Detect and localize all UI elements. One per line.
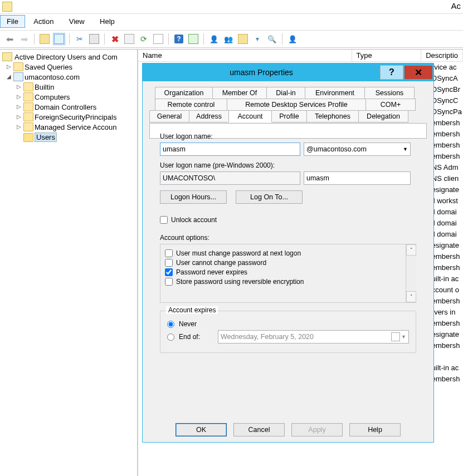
- tree-managed-service-accounts[interactable]: ▷ Managed Service Accoun: [2, 122, 137, 132]
- tree-saved-queries[interactable]: ▷ Saved Queries: [2, 62, 137, 72]
- menu-view[interactable]: View: [62, 15, 91, 28]
- nav-forward-button[interactable]: ➡: [18, 33, 30, 45]
- toolbar-separator: [34, 33, 35, 45]
- help-button[interactable]: ?: [173, 33, 185, 45]
- properties-button[interactable]: [123, 33, 135, 45]
- search-icon: 🔍: [267, 35, 276, 43]
- menu-file[interactable]: File: [0, 15, 25, 28]
- tree-domain-controllers[interactable]: ▷ Domain Controllers: [2, 102, 137, 112]
- opt-cannot-change-checkbox[interactable]: [165, 259, 173, 267]
- tree-builtin[interactable]: ▷ Builtin: [2, 82, 137, 92]
- tab-strip: Organization Member Of Dial-in Environme…: [149, 87, 427, 122]
- tab-organization[interactable]: Organization: [155, 87, 213, 99]
- netbios-domain-input: [160, 171, 300, 185]
- expander-collapsed-icon[interactable]: ▷: [16, 104, 22, 110]
- expander-collapsed-icon[interactable]: ▷: [16, 94, 22, 100]
- scroll-down-icon[interactable]: ˅: [406, 291, 416, 302]
- folder-icon: [13, 62, 23, 71]
- help-button[interactable]: Help: [349, 423, 401, 436]
- nav-back-button[interactable]: ⬅: [3, 33, 16, 45]
- opt-reversible-checkbox[interactable]: [165, 278, 173, 286]
- tree-users[interactable]: Users: [2, 132, 137, 143]
- up-button[interactable]: [38, 33, 51, 45]
- upn-prefix-input[interactable]: [160, 143, 300, 156]
- new-ou-button[interactable]: [237, 33, 249, 45]
- close-icon: ✕: [415, 67, 422, 78]
- menu-action[interactable]: Action: [27, 15, 60, 28]
- tab-environment[interactable]: Environment: [305, 87, 365, 99]
- dialog-help-button[interactable]: ?: [380, 65, 403, 80]
- expires-date-picker[interactable]: Wednesday, February 5, 2020 ▼: [218, 330, 409, 343]
- expander-collapsed-icon[interactable]: ▷: [16, 114, 22, 120]
- description-cell-fragment: ll domai: [431, 229, 462, 240]
- tree-foreign-security-principals[interactable]: ▷ ForeignSecurityPrincipals: [2, 112, 137, 122]
- column-header-name[interactable]: Name: [138, 50, 352, 61]
- tab-delegation[interactable]: Delegation: [358, 110, 408, 122]
- account-options-list[interactable]: User must change password at next logon …: [160, 244, 416, 303]
- tree-computers[interactable]: ▷ Computers: [2, 92, 137, 102]
- tab-sessions[interactable]: Sessions: [364, 87, 415, 99]
- add-to-group-button[interactable]: 👤: [286, 33, 299, 45]
- ok-button[interactable]: OK: [176, 423, 227, 436]
- options-scrollbar[interactable]: ˄ ˅: [406, 244, 416, 302]
- export-button[interactable]: [152, 33, 164, 45]
- dialog-close-button[interactable]: ✕: [404, 66, 432, 79]
- opt-never-expires-checkbox[interactable]: [165, 268, 173, 276]
- tab-com-plus[interactable]: COM+: [365, 99, 416, 111]
- opt-label: Store password using reversible encrypti…: [176, 278, 304, 286]
- expander-collapsed-icon[interactable]: ▷: [6, 63, 12, 70]
- delete-button[interactable]: ✖: [109, 33, 121, 45]
- expires-never-radio[interactable]: [167, 321, 174, 328]
- dialog-titlebar[interactable]: umasm Properties ? ✕: [143, 63, 433, 81]
- new-group-button[interactable]: 👥: [222, 33, 235, 45]
- expires-endof-radio[interactable]: [167, 333, 174, 341]
- toolbar-separator: [104, 33, 105, 45]
- refresh-button[interactable]: ⟳: [138, 33, 150, 45]
- expander-collapsed-icon[interactable]: ▷: [16, 124, 22, 130]
- logon-name-label: User logon name:: [160, 133, 416, 140]
- description-cell-fragment: ll domai: [431, 218, 462, 229]
- funnel-icon: ▾: [256, 35, 259, 43]
- opt-must-change-checkbox[interactable]: [165, 249, 173, 257]
- description-cell-fragment: DSyncA: [431, 73, 462, 84]
- toolbar: ⬅ ➡ ✂ ✖ ⟳ ? 👤 👥 ▾ 🔍 👤: [0, 30, 463, 48]
- tab-dial-in[interactable]: Dial-in: [266, 87, 305, 99]
- new-user-button[interactable]: 👤: [208, 33, 220, 45]
- app-title-fragment: Ac: [451, 1, 461, 11]
- description-cell-fragment: NS clien: [431, 173, 462, 184]
- tab-profile[interactable]: Profile: [271, 110, 307, 122]
- run-button[interactable]: [187, 33, 199, 45]
- tab-member-of[interactable]: Member Of: [212, 87, 267, 99]
- menu-help[interactable]: Help: [93, 15, 121, 28]
- column-header-description[interactable]: Descriptio: [421, 50, 463, 61]
- copy-icon: [89, 34, 99, 44]
- tab-general[interactable]: General: [149, 110, 189, 122]
- tab-remote-control[interactable]: Remote control: [155, 99, 227, 111]
- tree-pane[interactable]: Active Directory Users and Com ▷ Saved Q…: [0, 50, 138, 476]
- description-cell-fragment: esignate: [431, 184, 462, 195]
- tab-address[interactable]: Address: [189, 110, 229, 122]
- sam-account-input[interactable]: [304, 171, 411, 185]
- folder-icon: [23, 82, 33, 91]
- filter-button[interactable]: ▾: [251, 33, 264, 45]
- expander-collapsed-icon[interactable]: ▷: [16, 84, 22, 90]
- column-header-type[interactable]: Type: [352, 50, 422, 61]
- logon-hours-button[interactable]: Logon Hours...: [160, 190, 227, 204]
- cut-button[interactable]: ✂: [74, 33, 86, 45]
- ou-icon: [238, 34, 248, 44]
- tab-telephones[interactable]: Telephones: [306, 110, 359, 122]
- tab-account[interactable]: Account: [228, 110, 272, 122]
- unlock-account-checkbox[interactable]: [160, 216, 168, 224]
- scroll-up-icon[interactable]: ˄: [406, 244, 416, 256]
- tab-rds-profile[interactable]: Remote Desktop Services Profile: [227, 99, 366, 111]
- tree-root[interactable]: Active Directory Users and Com: [2, 52, 137, 62]
- tree-domain[interactable]: ◢ umacontoso.com: [2, 72, 137, 82]
- expander-expanded-icon[interactable]: ◢: [6, 73, 12, 80]
- find-button[interactable]: 🔍: [266, 33, 278, 45]
- export-icon: [153, 34, 163, 44]
- log-on-to-button[interactable]: Log On To...: [236, 190, 303, 204]
- show-hide-tree-button[interactable]: [53, 33, 65, 45]
- cancel-button[interactable]: Cancel: [233, 423, 285, 436]
- copy-button[interactable]: [88, 33, 100, 45]
- upn-suffix-combo[interactable]: @umacontoso.com ▼: [304, 143, 411, 156]
